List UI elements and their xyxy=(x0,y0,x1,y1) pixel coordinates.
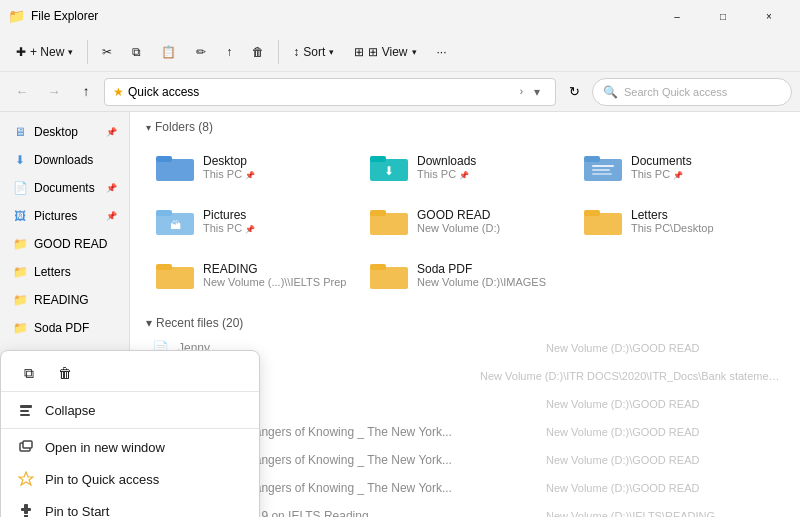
folder-name-pictures: Pictures xyxy=(203,208,255,222)
folder-info-downloads: Downloads This PC 📌 xyxy=(417,154,476,180)
search-box[interactable]: 🔍 Search Quick access xyxy=(592,78,792,106)
sidebar-label-letters: Letters xyxy=(34,265,71,279)
folders-header-label: Folders (8) xyxy=(155,120,213,134)
folder-info-desktop: Desktop This PC 📌 xyxy=(203,154,255,180)
paste-button[interactable]: 📋 xyxy=(153,36,184,68)
folder-path-good-read: New Volume (D:) xyxy=(417,222,500,234)
ctx-item-collapse[interactable]: Collapse xyxy=(1,394,259,426)
delete-button[interactable]: 🗑 xyxy=(244,36,272,68)
refresh-button[interactable]: ↻ xyxy=(560,78,588,106)
share-button[interactable]: ↑ xyxy=(218,36,240,68)
sidebar-label-documents: Documents xyxy=(34,181,95,195)
recent-files-header[interactable]: ▾ Recent files (20) xyxy=(146,316,784,330)
svg-rect-8 xyxy=(592,169,610,171)
rename-button[interactable]: ✏ xyxy=(188,36,214,68)
folder-tile-documents[interactable]: Documents This PC 📌 xyxy=(574,142,784,192)
svg-rect-0 xyxy=(156,159,194,181)
minimize-button[interactable]: – xyxy=(654,0,700,32)
folder-tile-downloads[interactable]: ⬇ Downloads This PC 📌 xyxy=(360,142,570,192)
folder-icon-good-read: 📁 xyxy=(12,236,28,252)
ctx-label-pin-quick-access: Pin to Quick access xyxy=(45,472,159,487)
folders-chevron-icon: ▾ xyxy=(146,122,151,133)
folder-path-pictures: This PC 📌 xyxy=(203,222,255,234)
folder-thumb-downloads: ⬇ xyxy=(369,151,409,183)
paste-icon: 📋 xyxy=(161,45,176,59)
folder-info-good-read: GOOD READ New Volume (D:) xyxy=(417,208,500,234)
ctx-item-pin-quick-access[interactable]: Pin to Quick access xyxy=(1,463,259,495)
back-button[interactable]: ← xyxy=(8,78,36,106)
address-field[interactable]: ★ Quick access › ▾ xyxy=(104,78,556,106)
folder-tile-letters[interactable]: Letters This PC\Desktop xyxy=(574,196,784,246)
svg-marker-26 xyxy=(19,472,33,485)
sidebar-item-reading[interactable]: 📁 READING xyxy=(4,286,125,314)
more-icon: ··· xyxy=(437,45,447,59)
folder-thumb-documents xyxy=(583,151,623,183)
folder-tile-reading[interactable]: READING New Volume (...)\\IELTS Prep xyxy=(146,250,356,300)
up-icon: ↑ xyxy=(83,84,90,99)
more-button[interactable]: ··· xyxy=(429,36,455,68)
ctx-copy-button[interactable]: ⧉ xyxy=(13,359,45,387)
sort-button[interactable]: ↕ Sort ▾ xyxy=(285,36,342,68)
view-button[interactable]: ⊞ ⊞ View ▾ xyxy=(346,36,424,68)
sidebar-item-letters[interactable]: 📁 Letters xyxy=(4,258,125,286)
svg-rect-7 xyxy=(592,165,614,167)
context-menu: ⧉ 🗑 Collapse Open in new window Pin to Q… xyxy=(0,350,260,517)
new-button[interactable]: ✚ + New ▾ xyxy=(8,36,81,68)
desktop-icon: 🖥 xyxy=(12,124,28,140)
folder-thumb-good-read xyxy=(369,205,409,237)
downloads-icon: ⬇ xyxy=(12,152,28,168)
maximize-button[interactable]: □ xyxy=(700,0,746,32)
search-icon: 🔍 xyxy=(603,85,618,99)
svg-rect-18 xyxy=(156,264,172,270)
ctx-item-pin-start[interactable]: Pin to Start xyxy=(1,495,259,517)
folder-tile-pictures[interactable]: 🏔 Pictures This PC 📌 xyxy=(146,196,356,246)
sidebar-label-desktop: Desktop xyxy=(34,125,78,139)
folder-info-reading: READING New Volume (...)\\IELTS Prep xyxy=(203,262,346,288)
up-button[interactable]: ↑ xyxy=(72,78,100,106)
folder-icon-reading: 📁 xyxy=(12,292,28,308)
folder-path-soda-pdf: New Volume (D:)\IMAGES xyxy=(417,276,546,288)
folder-name-soda-pdf: Soda PDF xyxy=(417,262,546,276)
sidebar-item-pictures[interactable]: 🖼 Pictures 📌 xyxy=(4,202,125,230)
folder-tile-good-read[interactable]: GOOD READ New Volume (D:) xyxy=(360,196,570,246)
file-path-ning: New Volume (D:)\IELTS\READING xyxy=(546,510,715,517)
folder-name-downloads: Downloads xyxy=(417,154,476,168)
recent-header-label: Recent files (20) xyxy=(156,316,243,330)
rename-icon: ✏ xyxy=(196,45,206,59)
sidebar-item-documents[interactable]: 📄 Documents 📌 xyxy=(4,174,125,202)
folders-grid: Desktop This PC 📌 ⬇ Downloads This PC 📌 xyxy=(146,142,784,300)
search-placeholder: Search Quick access xyxy=(624,86,727,98)
pictures-icon: 🖼 xyxy=(12,208,28,224)
recent-chevron-icon: ▾ xyxy=(146,316,152,330)
folder-path-downloads: This PC 📌 xyxy=(417,168,476,180)
ctx-item-open-new-window[interactable]: Open in new window xyxy=(1,431,259,463)
folder-tile-desktop[interactable]: Desktop This PC 📌 xyxy=(146,142,356,192)
folder-tile-soda-pdf[interactable]: Soda PDF New Volume (D:)\IMAGES xyxy=(360,250,570,300)
sidebar-item-desktop[interactable]: 🖥 Desktop 📌 xyxy=(4,118,125,146)
copy-button[interactable]: ⧉ xyxy=(124,36,149,68)
back-icon: ← xyxy=(15,84,28,99)
ctx-delete-button[interactable]: 🗑 xyxy=(49,359,81,387)
cut-button[interactable]: ✂ xyxy=(94,36,120,68)
sidebar-label-reading: READING xyxy=(34,293,89,307)
pin-icon-pictures: 📌 xyxy=(106,211,117,221)
open-new-window-icon xyxy=(17,438,35,456)
folders-section-header[interactable]: ▾ Folders (8) xyxy=(146,120,784,134)
sidebar-item-downloads[interactable]: ⬇ Downloads xyxy=(4,146,125,174)
sidebar-label-good-read: GOOD READ xyxy=(34,237,107,251)
forward-icon: → xyxy=(47,84,60,99)
title-bar: 📁 File Explorer – □ × xyxy=(0,0,800,32)
svg-rect-28 xyxy=(21,508,31,511)
svg-rect-14 xyxy=(370,210,386,216)
sidebar-item-good-read[interactable]: 📁 GOOD READ xyxy=(4,230,125,258)
address-chevron-icon: › xyxy=(520,86,523,97)
pin-quick-access-icon xyxy=(17,470,35,488)
svg-rect-1 xyxy=(156,156,172,162)
close-button[interactable]: × xyxy=(746,0,792,32)
forward-button[interactable]: → xyxy=(40,78,68,106)
sidebar-item-soda-pdf[interactable]: 📁 Soda PDF xyxy=(4,314,125,342)
address-bar: ← → ↑ ★ Quick access › ▾ ↻ 🔍 Search Quic… xyxy=(0,72,800,112)
address-dropdown-icon[interactable]: ▾ xyxy=(527,85,547,99)
file-path-egan2: New Volume (D:)\GOOD READ xyxy=(546,454,699,466)
pin-icon-desktop: 📌 xyxy=(106,127,117,137)
